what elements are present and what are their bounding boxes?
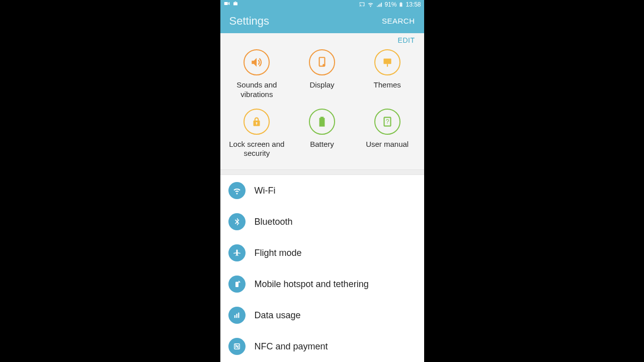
briefcase-icon bbox=[232, 1, 238, 8]
svg-text:?: ? bbox=[385, 118, 389, 125]
clock: 13:58 bbox=[406, 1, 421, 8]
list-item-label: Wi-Fi bbox=[255, 186, 276, 196]
speaker-icon bbox=[244, 49, 270, 75]
lock-icon bbox=[244, 109, 270, 135]
quick-manual[interactable]: ? User manual bbox=[355, 109, 420, 159]
quick-lockscreen[interactable]: Lock screen and security bbox=[224, 109, 290, 159]
svg-rect-11 bbox=[238, 313, 239, 318]
quick-sounds[interactable]: Sounds and vibrations bbox=[224, 49, 290, 100]
quick-label: Sounds and vibrations bbox=[226, 80, 287, 100]
list-item-data[interactable]: Data usage bbox=[220, 300, 424, 331]
quick-battery[interactable]: Battery bbox=[289, 109, 355, 159]
cast-icon bbox=[359, 1, 365, 8]
battery-icon bbox=[398, 1, 404, 8]
list-item-label: Data usage bbox=[255, 310, 301, 321]
status-bar: 91% 13:58 bbox=[220, 0, 424, 9]
section-divider bbox=[220, 169, 424, 175]
list-item-label: NFC and payment bbox=[255, 341, 328, 352]
svg-rect-8 bbox=[235, 282, 238, 288]
quick-themes[interactable]: Themes bbox=[355, 49, 420, 100]
list-item-label: Flight mode bbox=[255, 248, 302, 258]
edit-row: EDIT bbox=[220, 33, 424, 47]
phone-frame: 91% 13:58 Settings SEARCH EDIT Sounds an… bbox=[220, 0, 424, 362]
signal-icon bbox=[376, 1, 382, 8]
themes-icon bbox=[374, 49, 400, 75]
list-item-nfc[interactable]: NFC and payment bbox=[220, 331, 424, 362]
quick-display[interactable]: Display bbox=[289, 49, 355, 100]
svg-rect-10 bbox=[236, 314, 237, 318]
svg-rect-0 bbox=[224, 2, 227, 5]
quick-label: Display bbox=[309, 80, 334, 90]
svg-rect-4 bbox=[383, 59, 391, 64]
wifi-icon bbox=[228, 182, 246, 199]
wifi-icon bbox=[367, 1, 374, 8]
quick-label: Themes bbox=[374, 80, 401, 90]
quick-label: User manual bbox=[366, 140, 409, 149]
svg-rect-1 bbox=[400, 4, 402, 6]
nfc-icon bbox=[228, 338, 246, 355]
airplane-icon bbox=[228, 244, 246, 261]
bluetooth-icon bbox=[228, 213, 246, 230]
battery-icon bbox=[309, 109, 335, 135]
battery-pct: 91% bbox=[384, 1, 396, 8]
svg-rect-9 bbox=[234, 315, 235, 318]
settings-list: Wi-Fi Bluetooth Flight mode Mobile hotsp… bbox=[220, 175, 424, 362]
list-item-label: Bluetooth bbox=[255, 217, 293, 227]
quick-settings-grid: Sounds and vibrations Display Themes Loc… bbox=[220, 47, 424, 169]
help-book-icon: ? bbox=[374, 109, 400, 135]
list-item-label: Mobile hotspot and tethering bbox=[255, 279, 369, 290]
search-button[interactable]: SEARCH bbox=[382, 17, 415, 25]
list-item-bluetooth[interactable]: Bluetooth bbox=[220, 206, 424, 237]
svg-rect-5 bbox=[387, 64, 388, 66]
quick-label: Lock screen and security bbox=[226, 140, 287, 159]
hotspot-icon bbox=[228, 276, 246, 293]
app-bar: Settings SEARCH bbox=[220, 9, 424, 34]
quick-label: Battery bbox=[310, 140, 334, 149]
list-item-hotspot[interactable]: Mobile hotspot and tethering bbox=[220, 268, 424, 300]
svg-point-3 bbox=[323, 64, 325, 66]
status-right: 91% 13:58 bbox=[359, 1, 421, 8]
display-icon bbox=[309, 49, 335, 75]
list-item-flight[interactable]: Flight mode bbox=[220, 237, 424, 268]
page-title: Settings bbox=[229, 15, 270, 28]
edit-button[interactable]: EDIT bbox=[398, 36, 415, 44]
video-rec-icon bbox=[223, 0, 230, 9]
list-item-wifi[interactable]: Wi-Fi bbox=[220, 175, 424, 206]
bars-icon bbox=[228, 307, 246, 324]
status-left bbox=[223, 0, 238, 9]
